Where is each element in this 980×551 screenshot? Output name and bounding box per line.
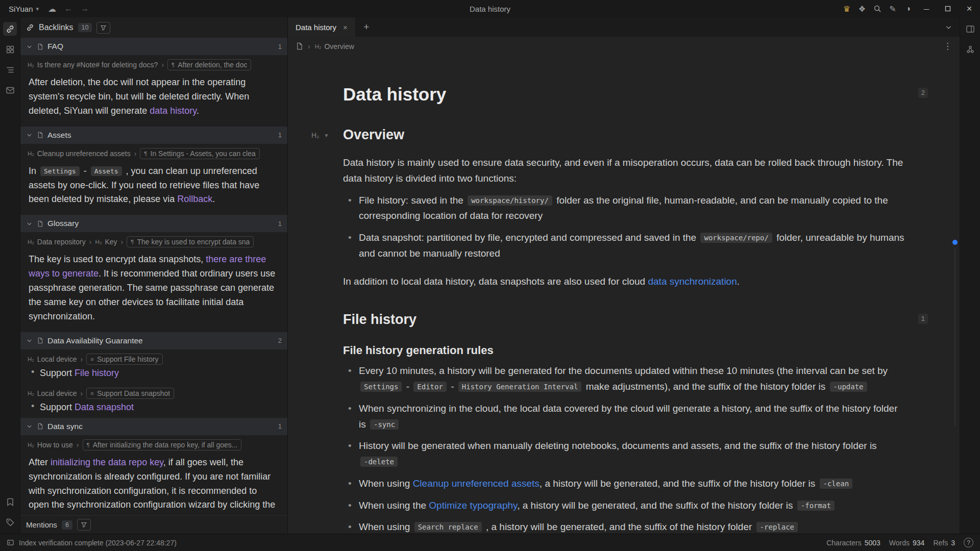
edit-pencil-icon[interactable]: ✎ [885, 2, 900, 15]
backlinks-dock-icon[interactable] [3, 22, 17, 36]
breadcrumb-item[interactable]: ¶ After deletion, the doc [167, 59, 251, 70]
close-tab-icon[interactable]: × [343, 23, 348, 32]
scrollbar[interactable] [954, 248, 955, 427]
backlink-doc-title: Assets [47, 131, 71, 140]
backlink-doc-header[interactable]: Data sync 1 [20, 418, 287, 435]
list-item[interactable]: History will be generated when manually … [343, 438, 904, 470]
ref-link[interactable]: Rollback [177, 194, 212, 204]
backlink-block[interactable]: Support Data snapshot [20, 401, 287, 418]
plugin-icon[interactable]: ❖ [854, 2, 870, 15]
breadcrumb: H₂ Is there any #Note# for deleting docs… [20, 55, 287, 72]
breadcrumb-item[interactable]: H₂ Overview [315, 42, 354, 51]
tab-data-history[interactable]: Data history × [288, 17, 356, 37]
panels-dock-icon[interactable] [3, 42, 17, 56]
graph-dock-icon[interactable] [963, 42, 977, 56]
ref-link[interactable]: File history [75, 368, 119, 378]
breadcrumb-item[interactable]: H₂ Data repository [28, 238, 86, 246]
list-item[interactable]: When using Search replace , a history wi… [343, 519, 904, 534]
heading-generation-rules[interactable]: File history generation rules [343, 344, 904, 357]
right-panels-dock-icon[interactable] [963, 22, 977, 36]
list-item[interactable]: File history: saved in the workspace/his… [343, 193, 904, 224]
app-menu-button[interactable]: SiYuan ▾ [4, 3, 43, 15]
ref-link[interactable]: Optimize typography [429, 500, 517, 511]
code-chip: -clean [820, 479, 853, 489]
minimize-button[interactable]: ─ [916, 0, 937, 17]
ref-link[interactable]: initializing the data repo key [51, 457, 163, 467]
ref-link[interactable]: there are three ways to generate [29, 254, 266, 279]
tab-list-chevron-icon[interactable] [937, 17, 960, 37]
ref-link[interactable]: data synchronization [648, 276, 737, 287]
breadcrumb-item[interactable]: H₂ How to use [28, 441, 73, 449]
ref-link[interactable]: data history [150, 106, 197, 116]
tag-dock-icon[interactable] [3, 515, 17, 529]
backlink-doc-count: 1 [278, 131, 282, 139]
ref-link[interactable]: Cleanup unreferenced assets [413, 478, 540, 489]
theme-icon[interactable]: ◑ [900, 2, 916, 15]
mentions-bar[interactable]: Mentions 6 [20, 515, 287, 534]
backlink-doc-header[interactable]: FAQ 1 [20, 38, 287, 55]
breadcrumb-item[interactable]: H₂ Is there any #Note# for deleting docs… [28, 61, 158, 69]
list-item[interactable]: Data snapshot: partitioned by file, encr… [343, 230, 904, 262]
list-item[interactable]: When using the Optimize typography, a hi… [343, 498, 904, 514]
backlink-block[interactable]: The key is used to encrypt data snapshot… [20, 249, 287, 332]
titlebar-right: ♛ ❖ ✎ ◑ ─ × [839, 0, 980, 17]
breadcrumb-item[interactable]: ¶ After initializing the data repo key, … [83, 439, 242, 450]
breadcrumb-item[interactable]: H₂ Local device [28, 389, 77, 397]
backlink-section-assets: Assets 1 H₂ Cleanup unreferenced assets … [20, 127, 287, 215]
list-item[interactable]: Every 10 minutes, a history will be gene… [343, 363, 904, 395]
list-item[interactable]: When using Cleanup unreferenced assets, … [343, 476, 904, 492]
breadcrumb-item[interactable]: ≡ Support File history [86, 354, 162, 365]
maximize-button[interactable] [937, 0, 959, 17]
bookmark-dock-icon[interactable] [3, 495, 17, 509]
heading-overview[interactable]: H₂ ▼ Overview [343, 127, 904, 143]
breadcrumb-text: Is there any #Note# for deleting docs? [37, 61, 158, 69]
new-tab-button[interactable]: + [356, 17, 377, 37]
backlink-block[interactable]: After initializing the data repo key, if… [20, 453, 287, 515]
list-item[interactable]: When synchronizing in the cloud, the loc… [343, 401, 904, 433]
bullet-list: Every 10 minutes, a history will be gene… [343, 363, 904, 534]
inbox-dock-icon[interactable] [3, 83, 17, 97]
filter-funnel-icon[interactable] [77, 519, 91, 531]
ref-count-badge[interactable]: 2 [918, 88, 928, 98]
breadcrumb-item[interactable]: ¶ The key is used to encrypt data sna [127, 236, 254, 247]
backlink-block[interactable]: Support File history [20, 367, 287, 384]
backlink-doc-header[interactable]: Assets 1 [20, 127, 287, 144]
paragraph[interactable]: In addition to local data history, data … [343, 274, 904, 290]
kbd-chip: Settings [40, 166, 80, 176]
breadcrumb-item[interactable]: H₂ Cleanup unreferenced assets [28, 149, 131, 158]
breadcrumb-text: Support File history [97, 355, 159, 363]
document-canvas[interactable]: Data history 2 H₂ ▼ Overview Data histor… [288, 56, 960, 534]
breadcrumb-text: Overview [324, 42, 354, 51]
breadcrumb-item[interactable]: ≡ Support Data snapshot [86, 388, 174, 399]
membership-crown-icon[interactable]: ♛ [839, 2, 854, 15]
paragraph[interactable]: Data history is mainly used to ensure da… [343, 155, 904, 187]
ref-count-badge[interactable]: 1 [918, 314, 928, 324]
breadcrumb-item[interactable]: ¶ In Settings - Assets, you can clea [140, 148, 259, 159]
outline-dock-icon[interactable] [3, 63, 17, 77]
scroll-position-marker[interactable] [952, 240, 958, 245]
backlink-block[interactable]: In Settings - Assets , you can clean up … [20, 161, 287, 215]
kbd-chip: Editor [413, 382, 447, 392]
filter-funnel-icon[interactable] [96, 22, 110, 34]
search-icon[interactable] [870, 2, 885, 15]
doc-title[interactable]: Data history 2 [343, 84, 904, 105]
breadcrumb-item[interactable]: H₂ Local device [28, 355, 77, 363]
chevron-down-icon [26, 337, 33, 344]
help-icon[interactable]: ? [964, 538, 973, 547]
status-message: Index verification complete (2023-06-27 … [19, 539, 177, 547]
backlink-doc-header[interactable]: Data Availability Guarantee 2 [20, 332, 287, 349]
breadcrumb-item[interactable]: H₃ Key [95, 238, 117, 246]
forward-icon[interactable]: → [77, 2, 92, 15]
heading-marker: H₂ [28, 62, 34, 68]
cloud-sync-icon[interactable]: ☁ [44, 2, 60, 15]
backlink-block[interactable]: After deletion, the doc will not appear … [20, 72, 287, 127]
document-icon[interactable] [296, 42, 303, 50]
close-button[interactable]: × [959, 0, 980, 17]
ref-link[interactable]: Data snapshot [75, 402, 134, 412]
backlink-doc-header[interactable]: Glossary 1 [20, 215, 287, 232]
code-chip: -format [797, 500, 835, 511]
more-menu-icon[interactable]: ⋮ [943, 41, 952, 52]
back-icon[interactable]: ← [61, 2, 76, 15]
collapse-arrow-icon[interactable]: ▼ [324, 133, 329, 138]
heading-file-history[interactable]: File history 1 [343, 312, 904, 328]
